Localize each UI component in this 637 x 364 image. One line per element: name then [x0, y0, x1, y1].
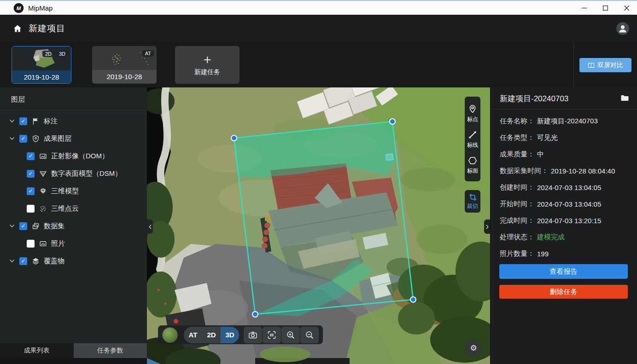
home-icon[interactable]: [13, 24, 22, 33]
layer-item-result-layers[interactable]: 成果图层: [0, 130, 147, 147]
dsm-triangle-icon: [39, 170, 47, 178]
new-task-label: 新建任务: [194, 68, 220, 76]
detail-start-time: 开始时间：2024-07-03 13:04:05: [500, 196, 631, 212]
chevron-left-icon: [148, 224, 152, 230]
layer-checkbox[interactable]: [19, 222, 27, 230]
detail-task-type: 任务类型：可见光: [500, 129, 631, 146]
map-preview-thumbnail[interactable]: [162, 327, 178, 343]
layer-checkbox[interactable]: [19, 135, 27, 143]
chevron-down-icon[interactable]: [9, 119, 15, 123]
collapse-sidebar-handle[interactable]: [147, 220, 153, 234]
layer-label: 覆盖物: [44, 257, 64, 266]
line-icon: [468, 130, 478, 140]
layer-item-dom[interactable]: 正射影像（DOM）: [0, 147, 147, 165]
task-card-row: 2D 3D 2019-10-28: [0, 42, 637, 87]
layer-checkbox[interactable]: [19, 117, 27, 125]
chevron-down-icon[interactable]: [9, 259, 15, 263]
tab-task-params[interactable]: 任务参数: [74, 343, 147, 358]
zoom-in-icon: [286, 330, 296, 340]
layer-label: 正射影像（DOM）: [51, 152, 109, 161]
mark-line-tool[interactable]: 标线: [467, 127, 478, 152]
mark-point-tool[interactable]: 标点: [467, 101, 478, 127]
gem-icon: [39, 187, 47, 195]
close-button[interactable]: [616, 1, 637, 15]
task-card-at[interactable]: AT 2019-10-28: [92, 46, 157, 84]
detail-photo-count: 照片数量：199: [500, 245, 631, 262]
page-title: 新建项目: [29, 23, 65, 35]
fit-frame-icon: [267, 330, 277, 340]
new-task-button[interactable]: ＋ 新建任务: [175, 46, 240, 84]
view-mode-2d[interactable]: 2D: [202, 327, 221, 343]
compare-button-label: 双屏对比: [597, 61, 623, 69]
view-mode-at[interactable]: AT: [184, 327, 202, 343]
layer-checkbox[interactable]: [27, 205, 35, 213]
layer-checkbox[interactable]: [27, 187, 35, 195]
map-bottom-toolbar: AT 2D 3D: [158, 325, 323, 344]
layer-label: 照片: [51, 239, 65, 248]
layer-item-overlays[interactable]: 覆盖物: [0, 252, 147, 270]
flag-icon: [32, 117, 40, 125]
badge-at: AT: [142, 50, 154, 57]
task-details-title: 新建项目-20240703: [500, 93, 568, 104]
dual-screen-compare-button[interactable]: 双屏对比: [579, 58, 631, 72]
detail-finish-time: 完成时间：2024-07-03 13:20:15: [500, 212, 631, 229]
chevron-down-icon[interactable]: [9, 224, 15, 228]
maximize-button[interactable]: [595, 1, 616, 15]
folder-icon[interactable]: [620, 94, 629, 102]
zoom-in-button[interactable]: [281, 327, 300, 343]
camera-icon: [248, 330, 258, 340]
titlebar: M MipMap: [0, 0, 637, 15]
layer-item-annotations[interactable]: 标注: [0, 112, 147, 130]
crop-icon: [468, 193, 477, 202]
vertex-handle[interactable]: [390, 119, 395, 124]
layer-label: 数据集: [44, 222, 64, 231]
map-viewport[interactable]: 标点 标线 标面: [147, 87, 490, 364]
badge-icon: [32, 135, 40, 143]
detail-process-status: 处理状态：建模完成: [500, 229, 631, 245]
vertex-handle[interactable]: [410, 297, 416, 302]
layer-item-dsm[interactable]: 数字表面模型（DSM）: [0, 165, 147, 182]
gear-icon: ⚙: [470, 343, 477, 353]
view-report-button[interactable]: 查看报告: [499, 264, 628, 279]
chevron-down-icon[interactable]: [9, 137, 15, 140]
layer-item-photos[interactable]: 照片: [0, 235, 147, 252]
dataset-icon: [32, 222, 40, 230]
layer-item-3d-pointcloud[interactable]: 三维点云: [0, 200, 147, 217]
zoom-out-button[interactable]: [300, 327, 319, 343]
minimize-button[interactable]: [573, 1, 595, 15]
image-icon: [39, 152, 47, 160]
divider: [573, 42, 574, 87]
view-mode-3d[interactable]: 3D: [221, 327, 239, 343]
map-3d-scene[interactable]: [147, 87, 490, 364]
layer-checkbox[interactable]: [27, 240, 35, 248]
tab-results-list[interactable]: 成果列表: [0, 343, 74, 358]
screenshot-button[interactable]: [244, 327, 262, 343]
crop-selection-polygon[interactable]: [234, 121, 413, 314]
task-detail-rows: 任务名称：新建项目-20240703 任务类型：可见光 成果质量：中 数据采集时…: [500, 113, 631, 262]
mark-area-tool[interactable]: 标面: [467, 152, 478, 178]
polygon-icon: [468, 156, 478, 166]
detail-result-quality: 成果质量：中: [500, 146, 631, 162]
app-title: MipMap: [28, 4, 53, 12]
layer-item-3d-model[interactable]: 三维模型: [0, 182, 147, 200]
app-logo-icon: M: [13, 3, 24, 13]
task-card-2d3d[interactable]: 2D 3D 2019-10-28: [12, 46, 71, 84]
collapse-details-handle[interactable]: [484, 220, 490, 234]
user-avatar[interactable]: [616, 22, 629, 35]
vertex-handle[interactable]: [231, 135, 237, 141]
delete-task-button[interactable]: 删除任务: [499, 285, 628, 299]
layer-label: 三维模型: [51, 187, 79, 196]
detail-task-name: 任务名称：新建项目-20240703: [500, 113, 631, 129]
vertex-handle[interactable]: [252, 312, 258, 317]
map-settings-button[interactable]: ⚙: [466, 341, 481, 355]
sidebar-footer: [0, 358, 147, 364]
map-action-buttons: [244, 327, 319, 343]
view-mode-group: AT 2D 3D: [184, 327, 239, 343]
fit-view-button[interactable]: [263, 327, 281, 343]
layer-item-dataset[interactable]: 数据集: [0, 217, 147, 235]
layer-checkbox[interactable]: [27, 152, 35, 160]
layer-checkbox[interactable]: [19, 257, 27, 265]
layer-checkbox[interactable]: [27, 170, 35, 178]
crop-tool-button[interactable]: 裁切: [465, 190, 480, 213]
area-marker-square[interactable]: [386, 154, 393, 160]
